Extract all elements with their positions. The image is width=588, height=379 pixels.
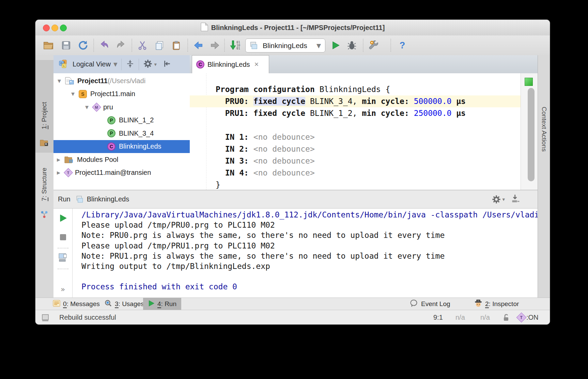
cut-button[interactable] <box>136 39 149 51</box>
tree-item-label: BLINK_1_2 <box>119 116 154 124</box>
right-tool-stripe: Context Actions <box>538 55 550 298</box>
run-tool-window: Run BlinkningLeds ▾ <box>53 190 538 298</box>
left-tool-stripe: 1: Project 7: Structure <box>35 55 54 298</box>
tree-item-path: (/Users/vladi <box>108 77 145 85</box>
open-folder-button[interactable] <box>42 39 55 51</box>
chevron-down-icon[interactable]: ▼ <box>113 61 118 67</box>
chevron-collapsed-icon[interactable]: ▶ <box>56 157 61 162</box>
run-tab-play-icon <box>148 300 155 308</box>
navigate-forward-button[interactable] <box>209 39 221 51</box>
project-panel-header: SDL Logical View ▼ ▾ <box>53 55 190 74</box>
save-all-button[interactable] <box>60 39 72 51</box>
hide-panel-icon[interactable] <box>162 59 171 70</box>
structure-tool-window-icon[interactable] <box>40 210 48 220</box>
chevron-expanded-icon[interactable]: ▼ <box>84 105 90 110</box>
tree-item-blink-3-4[interactable]: P BLINK_3_4 <box>53 127 190 140</box>
tree-item-blinkningleds-selected[interactable]: C BlinkningLeds <box>53 140 190 153</box>
tool-window-button-usages[interactable]: 3: Usages <box>105 298 144 310</box>
generate-code-icon[interactable]: 011001 <box>229 39 241 51</box>
editor-pane[interactable]: Program configuration BlinkningLeds { PR… <box>190 73 521 190</box>
status-toggle-icon[interactable] <box>42 310 49 324</box>
scrollbar-thumb[interactable] <box>528 88 535 181</box>
run-panel-title: Run <box>58 195 71 203</box>
console-line: Writing output to /tmp/BlinkningLeds.exp <box>81 261 538 271</box>
console-line: Note: PRU1.prg is always the same, so th… <box>81 251 538 261</box>
code-editor[interactable]: Program configuration BlinkningLeds { PR… <box>190 84 521 190</box>
synchronize-icon[interactable] <box>77 39 89 51</box>
expand-icons-chevrons[interactable]: » <box>61 285 65 293</box>
run-settings-gear-icon[interactable]: ▾ <box>492 195 505 204</box>
project-icon <box>65 77 74 85</box>
code-line: IN 1: <no debounce> <box>190 131 521 143</box>
tree-item-modules-pool[interactable]: ▶ Modules Pool <box>53 153 190 166</box>
scroll-to-end-icon[interactable] <box>511 194 521 205</box>
code-line-blank <box>190 119 521 131</box>
redo-button[interactable] <box>115 39 127 51</box>
console-line: /Library/Java/JavaVirtualMachines/jdk1.8… <box>81 210 538 220</box>
tool-window-button-context-actions[interactable]: Context Actions <box>540 107 548 152</box>
copy-button[interactable] <box>153 39 166 51</box>
code-line: IN 4: <no debounce> <box>190 167 521 179</box>
console-toolbar-separator <box>58 269 68 269</box>
editor-tab-bar: C BlinkningLeds × <box>190 55 538 74</box>
program-icon: P <box>107 116 115 124</box>
tree-item-pru[interactable]: ▼ M pru <box>53 101 190 114</box>
chevron-down-icon[interactable]: ▾ <box>154 61 157 67</box>
run-button[interactable] <box>329 39 342 51</box>
status-message: Rebuild successful <box>59 310 116 324</box>
title-bar[interactable]: BlinkningLeds - Project11 - [~/MPSProjec… <box>35 20 550 36</box>
run-target-label[interactable]: BlinkningLeds <box>87 195 129 203</box>
tree-item-blink-1-2[interactable]: P BLINK_1_2 <box>53 114 190 127</box>
debug-button[interactable] <box>346 39 358 51</box>
header-separator <box>139 59 139 70</box>
console-tab-icon <box>75 195 84 204</box>
undo-button[interactable] <box>98 39 110 51</box>
tree-item-transient-models[interactable]: ▶ T Project11.main@transien <box>53 166 190 180</box>
program-icon: P <box>107 129 115 137</box>
caret-position-widget[interactable]: 9:1 <box>433 310 443 324</box>
gear-icon[interactable] <box>143 59 153 70</box>
tool-window-button-run[interactable]: 4: Run <box>143 298 181 310</box>
navigate-back-button[interactable] <box>192 39 204 51</box>
view-mode-label[interactable]: Logical View <box>73 60 111 68</box>
run-configuration-select[interactable]: BlinkningLeds ▼ <box>245 39 325 52</box>
code-line: IN 2: <no debounce> <box>190 143 521 155</box>
chevron-collapsed-icon[interactable]: ▶ <box>56 170 61 175</box>
error-stripe-ok-indicator <box>525 78 533 86</box>
chevron-expanded-icon[interactable]: ▼ <box>70 91 76 96</box>
settings-wrench-icon[interactable] <box>368 39 380 51</box>
project-tool-window-icon[interactable] <box>40 139 49 148</box>
view-as-icon[interactable]: SDL <box>59 60 68 69</box>
console-output[interactable]: /Library/Java/JavaVirtualMachines/jdk1.8… <box>73 209 538 298</box>
encoding-widget[interactable]: n/a <box>480 310 490 324</box>
code-line: Program configuration BlinkningLeds { <box>190 84 521 95</box>
code-line-current: PRU0: fixed cycle BLINK_3_4, min cycle: … <box>190 95 521 107</box>
help-button[interactable]: ? <box>396 39 408 51</box>
run-panel-header: Run BlinkningLeds ▾ <box>53 190 538 209</box>
collapse-all-icon[interactable] <box>126 59 135 70</box>
selected-cell[interactable]: fixed cycle <box>253 97 305 106</box>
stop-button[interactable] <box>60 234 66 242</box>
tree-item-project11-main[interactable]: ▼ S Project11.main <box>53 88 190 101</box>
line-ending-widget[interactable]: n/a <box>455 310 465 324</box>
inspector-button[interactable]: 2: Inspector <box>474 298 519 310</box>
close-tab-icon[interactable]: × <box>254 61 259 68</box>
transient-models-widget[interactable]: T :ON <box>518 310 539 324</box>
unlock-icon[interactable] <box>502 310 510 324</box>
show-console-icon[interactable] <box>58 253 68 263</box>
tool-window-bar: 0: Messages 3: Usages 4: Run Event Log 2… <box>35 298 550 310</box>
editor-tab-blinkningleds[interactable]: C BlinkningLeds × <box>192 55 269 73</box>
tool-window-button-structure[interactable]: 7: Structure <box>41 168 48 201</box>
rerun-button[interactable] <box>59 214 67 224</box>
paste-button[interactable] <box>170 39 183 51</box>
tree-item-project11[interactable]: ▼ Project11 (/Users/vladi <box>53 74 190 88</box>
code-line: IN 3: <no debounce> <box>190 155 521 167</box>
toolbar-separator <box>131 39 132 52</box>
generate-digits: 011001 <box>236 41 240 50</box>
toolbar-separator <box>93 39 94 52</box>
tool-window-button-messages[interactable]: 0: Messages <box>53 298 100 310</box>
tool-window-button-project[interactable]: 1: Project <box>41 102 48 129</box>
event-log-button[interactable]: Event Log <box>409 298 450 310</box>
event-log-bubble-icon <box>409 299 418 309</box>
chevron-expanded-icon[interactable]: ▼ <box>57 78 62 84</box>
